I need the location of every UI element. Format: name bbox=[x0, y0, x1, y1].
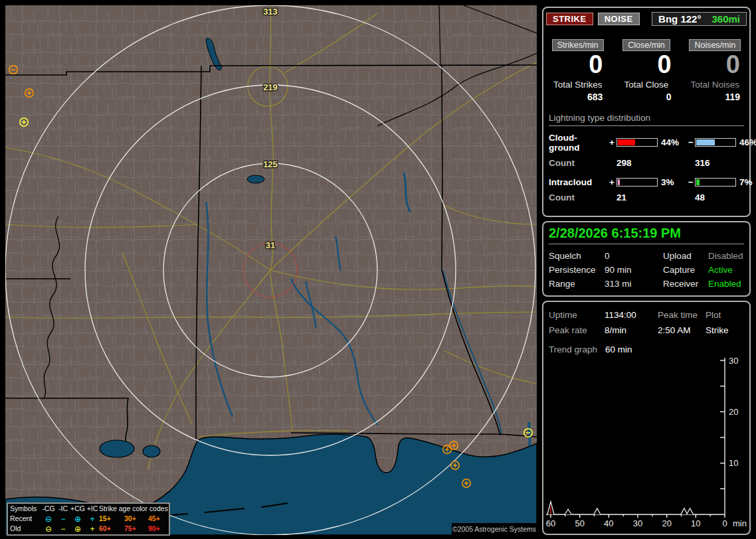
svg-text:40: 40 bbox=[604, 518, 613, 528]
trend-graph-row: Trend graph 60 min bbox=[549, 345, 744, 354]
strike-mode-button[interactable]: STRIKE bbox=[546, 13, 593, 25]
count-label: Count bbox=[549, 193, 607, 202]
legend-header-row: Symbols -CG -IC +CG +IC Strike age color… bbox=[8, 504, 169, 514]
ring-label-125: 125 bbox=[263, 159, 278, 169]
range-value: 313 mi bbox=[605, 279, 663, 289]
total-close-value: 0 bbox=[612, 92, 680, 102]
plus-sign: + bbox=[607, 137, 616, 147]
total-strikes-label: Total Strikes bbox=[543, 80, 612, 90]
datetime-display: 2/28/2026 6:15:19 PM bbox=[549, 226, 744, 244]
persistence-value: 90 min bbox=[605, 265, 663, 275]
peak-rate-value: 8/min bbox=[605, 325, 658, 335]
recent-pic-icon: + bbox=[86, 514, 99, 524]
plot-label: Plot bbox=[706, 310, 744, 320]
lake-pontchartrain bbox=[100, 440, 134, 457]
counters-panel: STRIKE NOISE Bng 122° 360mi Strikes/min … bbox=[542, 7, 751, 217]
peak-rate-label: Peak rate bbox=[549, 325, 605, 335]
svg-text:30: 30 bbox=[729, 356, 738, 366]
lake-martin bbox=[247, 175, 264, 183]
total-close-label: Total Close bbox=[612, 80, 680, 90]
age-90: 90+ bbox=[148, 524, 172, 534]
cg-minus-count: 316 bbox=[695, 158, 736, 168]
map-legend: Symbols -CG -IC +CG +IC Strike age color… bbox=[7, 502, 170, 536]
ring-label-31: 31 bbox=[266, 240, 275, 250]
ic-minus-bar bbox=[695, 178, 736, 187]
bearing-value: Bng 122° bbox=[658, 13, 701, 25]
ring-label-313: 313 bbox=[263, 7, 278, 17]
map-canvas: 313 219 125 31 ©2005 Astrogenic Systems bbox=[5, 5, 537, 535]
peak-time-value: 2:50 AM bbox=[658, 325, 706, 335]
app-window: { "window": { "copyright": "©2005 Astrog… bbox=[0, 0, 756, 539]
recent-pcg-icon: ⊕ bbox=[70, 514, 86, 524]
bearing-readout: Bng 122° 360mi bbox=[652, 12, 747, 26]
age-30: 30+ bbox=[124, 514, 148, 524]
trend-graph-chart: 1020300102030405060min bbox=[545, 354, 748, 533]
bearing-range-value: 360mi bbox=[711, 13, 740, 25]
ring-label-219: 219 bbox=[263, 82, 278, 92]
trend-graph-label: Trend graph bbox=[549, 345, 597, 354]
cg-plus-count: 298 bbox=[616, 158, 658, 168]
close-per-min-button[interactable]: Close/min bbox=[622, 39, 670, 51]
intracloud-count-row: Count 21 48 bbox=[549, 193, 744, 202]
svg-text:20: 20 bbox=[662, 518, 671, 528]
upload-status: Disabled bbox=[708, 251, 744, 261]
old-pcg-icon: ⊕ bbox=[70, 524, 86, 534]
minus-sign: − bbox=[687, 137, 695, 147]
plus-sign: + bbox=[607, 177, 616, 187]
intracloud-row: Intracloud + 3% − 7% bbox=[549, 177, 744, 187]
svg-text:20: 20 bbox=[729, 407, 738, 417]
legend-old-label: Old bbox=[10, 524, 41, 534]
distribution-title: Lightning type distribution bbox=[549, 113, 744, 126]
strikes-rate-value: 0 bbox=[543, 51, 612, 79]
old-pic-icon: + bbox=[86, 524, 99, 534]
capture-label: Capture bbox=[663, 265, 708, 275]
status-grid: Squelch 0 Upload Disabled Persistence 90… bbox=[549, 251, 744, 289]
legend-age-header: Strike age color codes bbox=[99, 504, 172, 514]
svg-text:60: 60 bbox=[546, 518, 555, 528]
legend-col-ncg: -CG bbox=[41, 504, 56, 514]
svg-text:0: 0 bbox=[722, 518, 727, 528]
status-panel: 2/28/2026 6:15:19 PM Squelch 0 Upload Di… bbox=[542, 221, 751, 297]
intracloud-label: Intracloud bbox=[549, 177, 607, 187]
legend-col-pcg: +CG bbox=[70, 504, 86, 514]
upload-label: Upload bbox=[663, 251, 708, 261]
plot-value: Strike bbox=[706, 325, 744, 335]
noises-per-min-button[interactable]: Noises/min bbox=[689, 39, 741, 51]
strikes-per-min-button[interactable]: Strikes/min bbox=[552, 39, 604, 51]
age-15: 15+ bbox=[99, 514, 124, 524]
total-strikes-value: 683 bbox=[543, 92, 612, 102]
ic-plus-bar bbox=[616, 178, 658, 187]
noise-mode-button[interactable]: NOISE bbox=[598, 13, 640, 25]
stats-panel: Uptime 1134:00 Peak time Plot Peak rate … bbox=[542, 301, 751, 535]
cg-minus-bar bbox=[695, 138, 736, 147]
noises-rate-value: 0 bbox=[681, 51, 749, 79]
legend-recent-label: Recent bbox=[10, 514, 41, 524]
svg-text:10: 10 bbox=[691, 518, 700, 528]
recent-ncg-icon: ⊖ bbox=[41, 514, 56, 524]
ic-minus-pct: 7% bbox=[736, 177, 756, 187]
legend-symbols-header: Symbols bbox=[10, 504, 41, 514]
close-rate-value: 0 bbox=[612, 51, 680, 79]
legend-col-pic: +IC bbox=[86, 504, 99, 514]
trend-graph-value: 60 min bbox=[605, 345, 632, 354]
minus-sign: − bbox=[687, 177, 695, 187]
svg-text:30: 30 bbox=[633, 518, 642, 528]
lake-borgne bbox=[143, 445, 160, 457]
svg-text:min: min bbox=[733, 518, 747, 528]
cg-minus-pct: 46% bbox=[736, 137, 756, 147]
svg-text:10: 10 bbox=[729, 458, 738, 468]
ic-minus-count: 48 bbox=[695, 193, 736, 202]
capture-status: Active bbox=[708, 265, 744, 275]
noises-counter: Noises/min 0 Total Noises 119 bbox=[681, 39, 749, 102]
cloud-ground-count-row: Count 298 316 bbox=[549, 158, 744, 168]
squelch-value: 0 bbox=[605, 251, 663, 261]
stats-grid: Uptime 1134:00 Peak time Plot Peak rate … bbox=[549, 310, 744, 335]
lightning-map[interactable]: 313 219 125 31 ©2005 Astrogenic Systems … bbox=[5, 5, 537, 535]
close-counter: Close/min 0 Total Close 0 bbox=[612, 39, 680, 102]
copyright-bar: ©2005 Astrogenic Systems bbox=[452, 523, 537, 535]
strikes-counter: Strikes/min 0 Total Strikes 683 bbox=[543, 39, 612, 102]
mode-toolbar: STRIKE NOISE Bng 122° 360mi bbox=[546, 12, 747, 26]
total-noises-value: 119 bbox=[681, 92, 749, 102]
svg-text:50: 50 bbox=[575, 518, 584, 528]
count-label: Count bbox=[549, 158, 607, 168]
